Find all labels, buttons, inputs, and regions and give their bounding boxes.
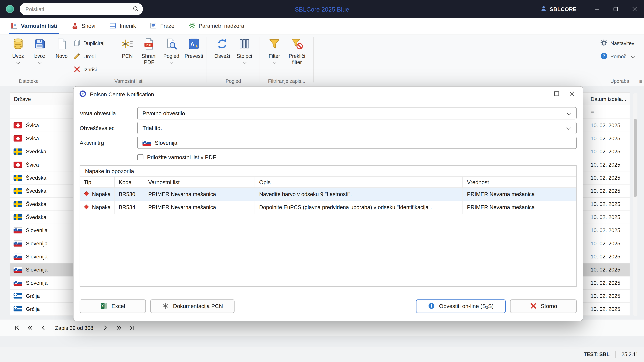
active-market-label: Aktivni trg bbox=[80, 140, 137, 146]
translate-button[interactable]: Aa Prevesti bbox=[182, 34, 206, 59]
group-label: Filtriranje zapis... bbox=[264, 77, 309, 86]
filter-button[interactable]: Filter bbox=[264, 34, 284, 63]
new-button[interactable]: Novo bbox=[52, 34, 71, 59]
maximize-button[interactable] bbox=[606, 0, 625, 18]
active-market-field[interactable]: Slovenija bbox=[137, 137, 577, 149]
delete-button[interactable]: Izbriši bbox=[74, 66, 113, 74]
vertical-scrollbar[interactable] bbox=[633, 93, 637, 316]
control-params-icon bbox=[188, 22, 196, 30]
help-button[interactable]: ? Pomoč bbox=[600, 52, 634, 61]
user-account[interactable]: SBLCORE bbox=[541, 5, 577, 13]
col-list: Varnostni list bbox=[144, 177, 255, 187]
edit-button[interactable]: Uredi bbox=[74, 52, 113, 61]
button-label: Novo bbox=[56, 53, 68, 59]
svg-text:PDF: PDF bbox=[146, 43, 152, 47]
date-cell: 10. 02. 2025 bbox=[587, 277, 630, 289]
market-flag-icon bbox=[142, 140, 151, 146]
tab-varnostni-listi[interactable]: Varnostni listi bbox=[10, 18, 58, 34]
col-koda: Koda bbox=[114, 177, 144, 187]
snowflake-icon bbox=[162, 302, 169, 310]
error-row[interactable]: Napaka BR530 PRIMER Nevarna mešanica Nav… bbox=[80, 188, 576, 201]
import-button[interactable]: Uvoz bbox=[8, 34, 29, 63]
tab-parametri-nadzora[interactable]: Parametri nadzora bbox=[188, 18, 245, 34]
country-label: Švedska bbox=[26, 214, 46, 220]
tab-fraze[interactable]: Fraze bbox=[149, 18, 175, 34]
date-cell: 10. 02. 2025 bbox=[587, 237, 630, 250]
directory-grid-icon bbox=[110, 22, 116, 30]
country-label: Švica bbox=[26, 162, 39, 168]
save-pdf-button[interactable]: PDF Shrani PDF bbox=[138, 34, 160, 65]
pcn-dialog-icon bbox=[79, 90, 86, 98]
view-button[interactable]: Pogled bbox=[160, 34, 182, 63]
clear-filter-button[interactable]: Prekliči filter bbox=[284, 34, 309, 65]
pcn-button[interactable]: PCN bbox=[117, 34, 138, 59]
country-flag-icon bbox=[14, 162, 22, 168]
duplicate-button[interactable]: Dupliciraj bbox=[74, 39, 113, 48]
date-cell: 10. 02. 2025 bbox=[587, 290, 630, 302]
country-flag-icon bbox=[14, 175, 22, 181]
titlebar: SBLCore 2025 Blue SBLCORE bbox=[0, 0, 644, 18]
notification-type-select[interactable]: Prvotno obvestilo bbox=[137, 107, 577, 119]
pdf-icon: PDF bbox=[143, 38, 155, 52]
error-row[interactable]: Napaka BR534 PRIMER Nevarna mešanica Dop… bbox=[80, 201, 576, 214]
notifier-select[interactable]: Trial ltd. bbox=[137, 122, 577, 134]
dialog-maximize-button[interactable] bbox=[554, 91, 560, 98]
refresh-button[interactable]: Osveži bbox=[211, 34, 233, 59]
last-record-button[interactable] bbox=[126, 323, 137, 333]
refresh-icon bbox=[216, 38, 228, 52]
group-filtriranje: Filter Prekliči filter Filtriranje zapis… bbox=[261, 34, 312, 86]
next-record-button[interactable] bbox=[100, 323, 110, 333]
tab-imenik[interactable]: Imenik bbox=[108, 18, 137, 34]
date-cell: 10. 02. 2025 bbox=[587, 184, 630, 197]
date-cell: 10. 02. 2025 bbox=[587, 250, 630, 263]
version-label: 25.2.11 bbox=[622, 352, 638, 357]
country-flag-icon bbox=[14, 122, 22, 128]
record-position-label: Zapis 39 od 308 bbox=[55, 325, 93, 331]
country-label: Švica bbox=[26, 135, 39, 142]
country-flag-icon bbox=[14, 214, 22, 220]
button-label: Osveži bbox=[214, 53, 230, 59]
scrollbar-thumb[interactable] bbox=[634, 119, 637, 197]
button-label: PCN bbox=[122, 53, 133, 59]
delete-x-icon bbox=[74, 66, 80, 74]
next-page-button[interactable] bbox=[113, 323, 124, 333]
prev-page-button[interactable] bbox=[25, 323, 36, 333]
columns-icon bbox=[238, 38, 250, 52]
close-button[interactable] bbox=[625, 0, 644, 18]
date-filter-cell[interactable]: = bbox=[587, 105, 630, 119]
notify-online-button[interactable]: Obvestiti on-line (S₂S) bbox=[416, 300, 506, 313]
cancel-button[interactable]: Storno bbox=[510, 300, 577, 313]
country-flag-icon bbox=[14, 254, 22, 260]
search-input[interactable] bbox=[20, 3, 143, 15]
group-uporaba: Nastavitev ? Pomoč Uporaba ≡ bbox=[596, 34, 644, 86]
button-label: Pomoč bbox=[610, 54, 626, 59]
country-label: Slovenija bbox=[26, 240, 48, 246]
date-cell: 10. 02. 2025 bbox=[587, 145, 630, 158]
country-label: Švica bbox=[26, 122, 39, 128]
country-label: Slovenija bbox=[26, 267, 48, 273]
excel-button[interactable]: X Excel bbox=[80, 300, 146, 313]
date-cell: 10. 02. 2025 bbox=[587, 132, 630, 145]
country-label: Švedska bbox=[26, 201, 46, 207]
minimize-button[interactable] bbox=[587, 0, 606, 18]
column-header-date[interactable]: Datum izdela... bbox=[587, 93, 630, 105]
pcn-dialog: Poison Centre Notification Vrsta obvesti… bbox=[73, 86, 583, 321]
attach-pdf-checkbox[interactable] bbox=[137, 154, 144, 160]
error-code: BR530 bbox=[114, 188, 144, 201]
tab-snovi[interactable]: Snovi bbox=[70, 18, 96, 34]
country-flag-icon bbox=[14, 227, 22, 233]
app-logo-icon[interactable] bbox=[6, 5, 14, 13]
export-button[interactable]: Izvoz bbox=[29, 34, 50, 63]
svg-text:?: ? bbox=[603, 54, 606, 58]
settings-button[interactable]: Nastavitev bbox=[600, 39, 634, 48]
columns-button[interactable]: Stolpci bbox=[233, 34, 256, 63]
pcn-documentation-button[interactable]: Dokumentacija PCN bbox=[150, 300, 234, 313]
button-label: Storno bbox=[541, 303, 557, 309]
dialog-launcher-icon[interactable]: ≡ bbox=[639, 78, 642, 84]
status-divider bbox=[615, 351, 616, 358]
search-icon[interactable] bbox=[133, 6, 139, 13]
prev-record-button[interactable] bbox=[38, 323, 48, 333]
first-record-button[interactable] bbox=[12, 323, 22, 333]
ribbon: Uvoz Izvoz Datoteke Novo bbox=[0, 34, 644, 86]
dialog-close-button[interactable] bbox=[569, 91, 575, 98]
